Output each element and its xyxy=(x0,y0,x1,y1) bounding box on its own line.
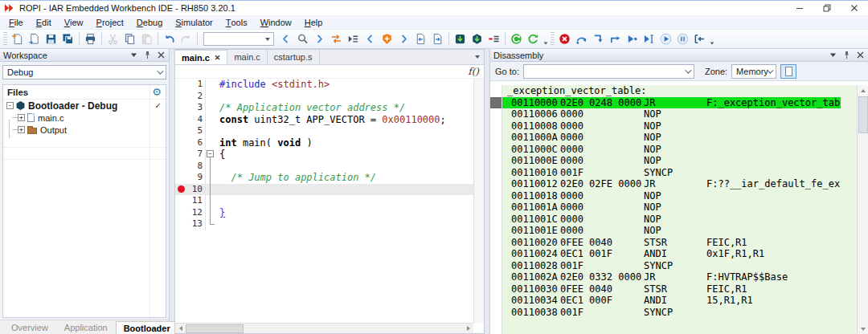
go-icon[interactable] xyxy=(657,31,674,47)
disassembly-row[interactable]: 001100240EC1 001FANDI0x1F,R1,R1 xyxy=(502,248,841,260)
disassembly-gutter[interactable] xyxy=(490,85,502,334)
gutter-cell[interactable] xyxy=(175,195,186,207)
minimize-button[interactable] xyxy=(786,1,813,15)
run-to-cursor-icon[interactable] xyxy=(641,31,657,47)
disassembly-row[interactable]: 001100180000NOP xyxy=(502,190,841,202)
editor-tab-1-main-c[interactable]: main.c xyxy=(227,50,267,64)
fold-column[interactable]: − xyxy=(206,149,215,161)
goto-combobox[interactable] xyxy=(523,64,694,79)
disassembly-row[interactable]: 0011000E0000NOP xyxy=(502,155,841,167)
disassembly-row[interactable]: 0011001E0000NOP xyxy=(502,225,841,237)
disassembly-row[interactable]: 0011002A02E0 0332 0000JRF:HVTRAP$$Base xyxy=(502,271,841,283)
gutter-cell[interactable] xyxy=(175,125,186,137)
menu-edit[interactable]: Edit xyxy=(30,15,58,29)
gutter-cell[interactable] xyxy=(175,172,186,184)
toolbar-overflow-button[interactable] xyxy=(708,32,715,47)
toolbar-grip[interactable] xyxy=(3,32,7,47)
next-statement-icon[interactable] xyxy=(624,31,641,47)
close-button[interactable] xyxy=(841,1,868,15)
zone-combobox[interactable]: Memory xyxy=(731,64,776,79)
toggle-mixed-mode-button[interactable] xyxy=(780,64,796,79)
scroll-down-icon[interactable] xyxy=(858,324,868,334)
menu-help[interactable]: Help xyxy=(298,15,330,29)
debug-no-download-icon[interactable] xyxy=(469,31,485,47)
open-document-icon[interactable] xyxy=(26,31,43,47)
scrollbar-thumb[interactable] xyxy=(186,324,244,333)
disassembly-row[interactable]: 0011000C0000NOP xyxy=(502,144,841,156)
code-text[interactable] xyxy=(215,91,473,103)
step-into-icon[interactable] xyxy=(590,31,607,47)
code-text[interactable]: const uint32_t APP_VECTOR = 0x00110000; xyxy=(215,114,473,126)
find-icon[interactable] xyxy=(294,31,311,47)
disassembly-label-row[interactable]: _exception_vector_table: xyxy=(502,85,841,97)
gutter-cell[interactable] xyxy=(175,114,186,126)
expand-toggle-icon[interactable]: + xyxy=(18,126,25,133)
step-over-icon[interactable] xyxy=(573,31,590,47)
reset-icon[interactable] xyxy=(556,31,573,47)
close-tab-icon[interactable]: ✕ xyxy=(215,54,221,62)
save-all-icon[interactable] xyxy=(59,31,76,47)
doc-next-icon[interactable] xyxy=(429,31,446,47)
copy-icon[interactable] xyxy=(121,31,138,47)
goto-list-icon[interactable] xyxy=(345,31,362,47)
code-text[interactable] xyxy=(215,195,473,207)
disassembly-row[interactable]: 0011001C0000NOP xyxy=(502,214,841,226)
code-line-6[interactable]: 6int main( void ) xyxy=(175,137,473,149)
menu-project[interactable]: Project xyxy=(90,15,130,29)
gutter-cell[interactable] xyxy=(175,218,186,230)
expand-toggle-icon[interactable]: - xyxy=(6,102,14,109)
undo-icon[interactable] xyxy=(161,31,178,47)
menu-tools[interactable]: Tools xyxy=(219,15,254,29)
disassembly-pin-icon[interactable] xyxy=(842,51,851,59)
doc-prev-icon[interactable] xyxy=(412,31,429,47)
disassembly-row[interactable]: 001100060000NOP xyxy=(502,108,841,120)
gutter-cell[interactable] xyxy=(175,79,186,91)
disassembly-row[interactable]: 00110028001FSYNCP xyxy=(502,260,841,272)
make-icon[interactable] xyxy=(508,31,525,47)
code-text[interactable]: /* Application vector address */ xyxy=(215,102,473,114)
menu-simulator[interactable]: Simulator xyxy=(169,15,219,29)
disassembly-row[interactable]: 001100300FEE 0040STSRFEIC,R1 xyxy=(502,283,841,295)
print-icon[interactable] xyxy=(82,31,99,47)
nav-back-icon[interactable] xyxy=(277,31,294,47)
code-line-7[interactable]: 7−{ xyxy=(175,149,473,161)
code-line-8[interactable]: 8 xyxy=(175,161,473,173)
gutter-cell[interactable] xyxy=(175,102,186,114)
code-editor[interactable]: 1#include <stdint.h>23/* Application vec… xyxy=(175,79,473,323)
disassembly-row[interactable]: 00110010001FSYNCP xyxy=(502,167,841,179)
gutter-cell[interactable] xyxy=(175,91,186,103)
break-icon[interactable] xyxy=(674,31,691,47)
download-debug-icon[interactable] xyxy=(452,31,469,47)
workspace-pin-icon[interactable] xyxy=(143,51,152,59)
gutter-cell[interactable] xyxy=(175,149,186,161)
code-line-10[interactable]: 10 ((void (*)(void))APP_VECTOR)(); xyxy=(175,184,473,196)
disassembly-current-row[interactable]: 0011000002E0 0248 0000JRF:_exception_vec… xyxy=(502,97,841,109)
gutter-cell[interactable] xyxy=(175,207,186,219)
breakpoint-icon[interactable] xyxy=(178,185,185,193)
toggle-bookmark-icon[interactable] xyxy=(379,31,395,47)
workspace-tab-application[interactable]: Application xyxy=(56,321,116,334)
code-text[interactable] xyxy=(215,161,473,173)
scroll-left-icon[interactable] xyxy=(175,324,186,334)
step-out-icon[interactable] xyxy=(607,31,624,47)
disassembly-row[interactable]: 0011001202E0 02FE 0000JRF:??__iar_defaul… xyxy=(502,178,841,190)
scroll-right-icon[interactable] xyxy=(463,324,473,334)
fold-collapse-icon[interactable]: − xyxy=(207,150,214,157)
restore-button[interactable] xyxy=(813,1,841,15)
menu-view[interactable]: View xyxy=(58,15,90,29)
code-text[interactable]: } xyxy=(215,207,473,219)
tree-item-output[interactable]: +Output xyxy=(3,124,166,136)
toolbar-grip[interactable] xyxy=(551,32,555,47)
code-line-4[interactable]: 4const uint32_t APP_VECTOR = 0x00110000; xyxy=(175,114,473,126)
editor-horizontal-scrollbar[interactable] xyxy=(175,323,473,333)
disassembly-menu-icon[interactable] xyxy=(829,51,837,59)
toolbar-overflow-button[interactable] xyxy=(542,32,549,47)
menu-file[interactable]: File xyxy=(2,15,30,29)
menu-window[interactable]: Window xyxy=(254,15,298,29)
prev-bookmark-icon[interactable] xyxy=(362,31,379,47)
code-line-2[interactable]: 2 xyxy=(175,91,473,103)
gear-icon[interactable]: ⚙ xyxy=(152,87,162,97)
breakpoint-gutter[interactable] xyxy=(175,184,186,196)
code-line-1[interactable]: 1#include <stdint.h> xyxy=(175,79,473,91)
gutter-cell[interactable] xyxy=(175,161,186,173)
